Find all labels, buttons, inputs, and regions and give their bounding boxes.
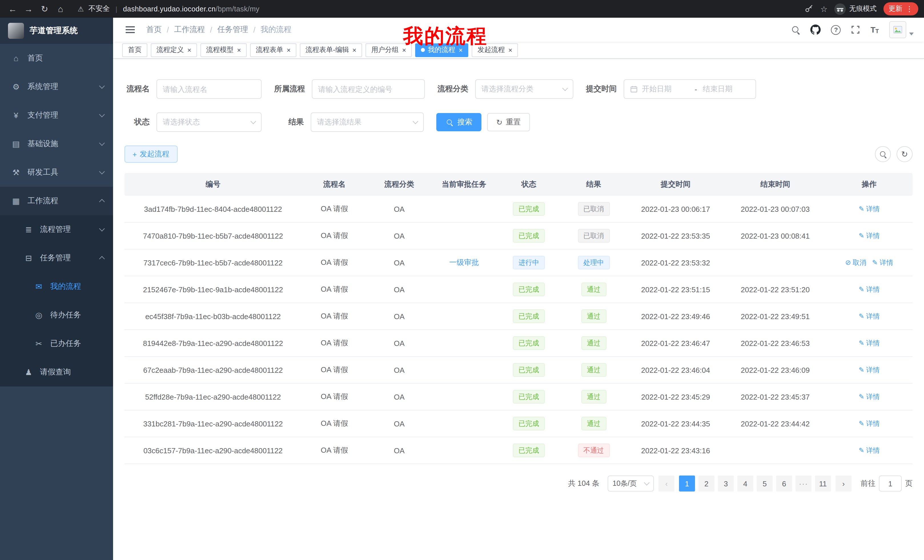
- search-icon: [446, 119, 453, 126]
- sidebar-item-label: 基础设施: [27, 139, 58, 149]
- detail-link[interactable]: ✎详情: [859, 365, 880, 375]
- detail-link[interactable]: ✎详情: [859, 311, 880, 321]
- page-button[interactable]: 11: [815, 476, 831, 491]
- page-button[interactable]: 3: [718, 476, 734, 491]
- sidebar-logo[interactable]: 芋道管理系统: [0, 18, 113, 44]
- goto-page-input[interactable]: [879, 476, 902, 491]
- close-tab-icon[interactable]: ×: [352, 46, 356, 53]
- reset-button[interactable]: ↻ 重置: [487, 113, 530, 131]
- start-process-button[interactable]: + 发起流程: [124, 145, 177, 163]
- page-button[interactable]: 5: [757, 476, 772, 491]
- help-icon[interactable]: ?: [831, 25, 841, 34]
- reload-icon[interactable]: ↻: [38, 2, 51, 16]
- detail-link[interactable]: ✎详情: [859, 338, 880, 348]
- sidebar-item-todo-tasks[interactable]: ◎待办任务: [0, 301, 113, 329]
- sidebar-item-system-management[interactable]: ⚙系统管理: [0, 72, 113, 101]
- category-select[interactable]: 请选择流程分类: [475, 79, 573, 99]
- github-icon[interactable]: [811, 24, 821, 35]
- sidebar-item-payment-management[interactable]: ¥支付管理: [0, 101, 113, 130]
- close-tab-icon[interactable]: ×: [459, 46, 463, 53]
- search-button[interactable]: 搜索: [436, 113, 482, 131]
- user-avatar[interactable]: [889, 21, 914, 38]
- incognito-profile[interactable]: 无痕模式: [834, 3, 877, 15]
- cell-result: 通过: [561, 336, 627, 350]
- page-button[interactable]: 2: [698, 476, 714, 491]
- bookmark-star-icon[interactable]: ☆: [820, 4, 828, 13]
- page-button[interactable]: 1: [679, 476, 695, 491]
- detail-link[interactable]: ✎详情: [859, 284, 880, 294]
- tab-process-form-edit[interactable]: 流程表单-编辑×: [300, 43, 362, 57]
- tab-process-definition[interactable]: 流程定义×: [151, 43, 197, 57]
- scissors-icon: ✂: [33, 339, 45, 348]
- sidebar-item-task-management[interactable]: ⊟任务管理: [0, 244, 113, 272]
- update-button[interactable]: 更新 ⋮: [884, 2, 918, 15]
- sidebar-item-infrastructure[interactable]: ▤基础设施: [0, 130, 113, 158]
- prev-page-button[interactable]: ‹: [658, 476, 675, 491]
- current-task-link[interactable]: 一级审批: [449, 258, 479, 267]
- cell-end-time: 2022-01-23 00:08:41: [725, 232, 826, 240]
- column-header: 状态: [497, 179, 561, 190]
- cell-actions: ✎详情: [826, 446, 913, 455]
- font-size-icon[interactable]: TT: [871, 25, 879, 34]
- detail-link[interactable]: ✎详情: [859, 204, 880, 214]
- pagination-ellipsis[interactable]: ···: [795, 476, 812, 491]
- forward-icon[interactable]: →: [22, 2, 35, 16]
- result-select[interactable]: 请选择流结果: [310, 112, 424, 132]
- breadcrumb-item[interactable]: 首页: [146, 24, 162, 35]
- cell-actions: ✎详情: [826, 392, 913, 401]
- sidebar-item-done-tasks[interactable]: ✂已办任务: [0, 329, 113, 358]
- process-name-input-field[interactable]: [163, 85, 255, 93]
- page-button[interactable]: 6: [776, 476, 792, 491]
- menu-kebab-icon[interactable]: ⋮: [906, 4, 913, 13]
- sidebar-item-leave-query[interactable]: ♟请假查询: [0, 358, 113, 386]
- search-icon[interactable]: [792, 25, 800, 34]
- breadcrumb-item[interactable]: 工作流程: [174, 24, 205, 35]
- cell-process-name: OA 请假: [302, 445, 367, 455]
- fullscreen-icon[interactable]: [851, 25, 860, 34]
- tab-my-process[interactable]: 我的流程×: [415, 43, 468, 57]
- detail-icon: ✎: [859, 205, 864, 213]
- sidebar-item-my-process[interactable]: ✉我的流程: [0, 272, 113, 301]
- home-icon[interactable]: ⌂: [54, 2, 68, 16]
- sidebar-item-dev-tools[interactable]: ⚒研发工具: [0, 158, 113, 187]
- key-icon[interactable]: [805, 4, 813, 13]
- process-name-input[interactable]: [156, 79, 261, 99]
- detail-link[interactable]: ✎详情: [859, 419, 880, 428]
- detail-link[interactable]: ✎详情: [859, 231, 880, 241]
- close-tab-icon[interactable]: ×: [402, 46, 406, 53]
- cancel-link[interactable]: ⊘取消: [845, 258, 866, 267]
- tab-home[interactable]: 首页: [122, 43, 147, 57]
- process-definition-input[interactable]: [312, 79, 425, 99]
- process-definition-input-field[interactable]: [318, 85, 418, 93]
- show-search-button[interactable]: [875, 146, 891, 162]
- close-tab-icon[interactable]: ×: [508, 46, 512, 53]
- close-tab-icon[interactable]: ×: [237, 46, 241, 53]
- tab-start-process[interactable]: 发起流程×: [472, 43, 518, 57]
- sidebar-item-process-management[interactable]: ≣流程管理: [0, 215, 113, 244]
- sidebar-item-home[interactable]: ⌂首页: [0, 44, 113, 72]
- cell-category: OA: [367, 205, 431, 213]
- detail-link[interactable]: ✎详情: [859, 446, 880, 455]
- tab-process-form[interactable]: 流程表单×: [250, 43, 296, 57]
- sidebar-toggle-icon[interactable]: [123, 24, 137, 35]
- cell-process-name: OA 请假: [302, 418, 367, 429]
- refresh-table-button[interactable]: ↻: [897, 146, 913, 162]
- tab-process-model[interactable]: 流程模型×: [201, 43, 247, 57]
- page-size-select[interactable]: 10条/页: [608, 476, 654, 491]
- close-tab-icon[interactable]: ×: [188, 46, 191, 53]
- back-icon[interactable]: ←: [6, 2, 20, 16]
- cell-id: 03c6c157-7b9a-11ec-a290-acde48001122: [124, 446, 302, 455]
- breadcrumb-item[interactable]: 任务管理: [217, 24, 248, 35]
- sidebar-item-workflow[interactable]: ▦工作流程: [0, 187, 113, 215]
- category-select-placeholder: 请选择流程分类: [482, 84, 533, 94]
- address-bar[interactable]: ⚠ 不安全 | dashboard.yudao.iocoder.cn/bpm/t…: [78, 4, 260, 14]
- page-button[interactable]: 4: [737, 476, 753, 491]
- close-tab-icon[interactable]: ×: [286, 46, 291, 53]
- detail-link[interactable]: ✎详情: [859, 392, 880, 401]
- status-select[interactable]: 请选择状态: [156, 112, 261, 132]
- detail-link[interactable]: ✎详情: [872, 258, 893, 267]
- date-range-picker[interactable]: 开始日期 - 结束日期: [624, 79, 756, 99]
- infra-icon: ▤: [10, 139, 22, 148]
- tab-user-group[interactable]: 用户分组×: [366, 43, 412, 57]
- next-page-button[interactable]: ›: [836, 476, 852, 491]
